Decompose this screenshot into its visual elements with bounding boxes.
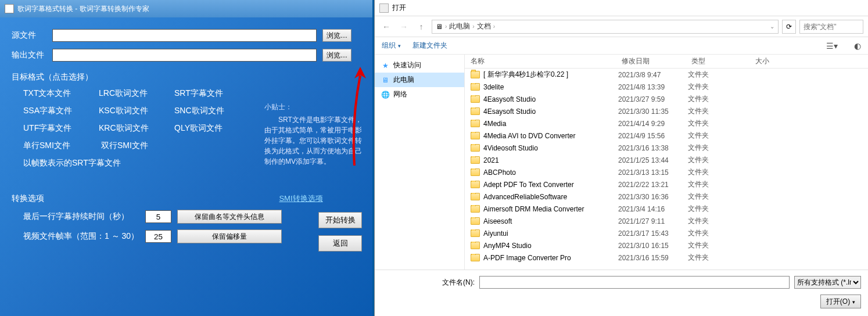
breadcrumb-pc[interactable]: 此电脑 [449,21,470,31]
dialog-icon [379,3,389,13]
format-snc[interactable]: SNC歌词文件 [174,106,250,116]
file-open-dialog: 打开 ← → ↑ 🖥 › 此电脑 › 文档 › ⌄ ⟳ 组织 ▾ 新建文件夹 ☰… [374,0,868,316]
file-filter-select[interactable]: 所有支持格式 (*.lrc, [794,276,861,289]
format-srt[interactable]: SRT字幕文件 [174,88,250,99]
folder-icon [471,242,480,249]
format-smi-single[interactable]: 单行SMI文件 [23,141,99,151]
file-date: 2021/3/27 9:59 [618,95,688,103]
file-type: 文件夹 [688,192,752,202]
file-row[interactable]: Aiseesoft2021/1/27 9:11文件夹 [465,215,868,227]
file-name: Aiyuntui [483,229,508,238]
format-krc[interactable]: KRC歌词文件 [99,123,174,134]
format-smi-double[interactable]: 双行SMI文件 [101,141,148,150]
sidebar-icon: ★ [381,61,390,70]
format-txt[interactable]: TXT文本文件 [23,88,99,99]
start-convert-button[interactable]: 开始转换 [318,212,362,228]
fps-input[interactable] [145,230,171,243]
folder-icon [471,193,480,200]
nav-forward-button[interactable]: → [397,20,411,34]
file-date: 2021/4/9 15:56 [618,132,688,140]
file-row[interactable]: AnyMP4 Studio2021/3/10 16:15文件夹 [465,239,868,252]
file-name: Aimersoft DRM Media Converter [483,205,584,213]
file-row[interactable]: Adept PDF To Text Converter2021/2/22 13:… [465,178,868,191]
file-name: 4Esaysoft Studio [483,107,536,116]
file-name: 3delite [483,83,504,91]
tips-heading: 小贴士： [264,102,366,112]
file-row[interactable]: AdvancedReliableSoftware2021/3/30 16:36文… [465,191,868,203]
file-list[interactable]: [ 新华字典4秒1步检字0.22 ]2021/3/8 9:47文件夹3delit… [465,69,868,270]
filename-input[interactable] [479,276,790,289]
file-row[interactable]: Aimersoft DRM Media Converter2021/3/4 14… [465,203,868,215]
file-row[interactable]: 4Media2021/4/14 9:29文件夹 [465,117,868,130]
file-name: 4Media [483,120,506,128]
file-name: 2021 [483,156,499,164]
folder-icon [471,254,480,261]
file-row[interactable]: 4Esaysoft Studio2021/3/30 11:35文件夹 [465,105,868,117]
keep-offset-button[interactable]: 保留偏移量 [177,229,282,243]
sidebar-label: 此电脑 [393,75,414,85]
open-button[interactable]: 打开(O)▾ [820,295,861,308]
refresh-button[interactable]: ⟳ [782,20,796,34]
col-type[interactable]: 类型 [691,56,755,66]
col-name[interactable]: 名称 [471,56,622,66]
last-line-duration-input[interactable] [145,210,171,223]
format-utf[interactable]: UTF字幕文件 [23,123,99,134]
folder-icon [471,107,480,115]
breadcrumb-documents[interactable]: 文档 [477,21,491,31]
file-name: A-PDF Image Converter Pro [483,254,571,262]
search-input[interactable] [799,20,863,34]
source-file-input[interactable] [52,29,317,42]
file-type: 文件夹 [688,240,752,250]
file-row[interactable]: ABCPhoto2021/3/13 13:15文件夹 [465,166,868,178]
file-row[interactable]: [ 新华字典4秒1步检字0.22 ]2021/3/8 9:47文件夹 [465,69,868,81]
output-file-input[interactable] [52,49,317,62]
file-date: 2021/1/27 9:11 [618,217,688,225]
organize-button[interactable]: 组织 ▾ [382,41,401,51]
folder-icon [471,181,480,188]
file-row[interactable]: 3delite2021/4/8 13:39文件夹 [465,81,868,93]
new-folder-button[interactable]: 新建文件夹 [413,41,447,51]
file-row[interactable]: 4Media AVI to DVD Converter2021/4/9 15:5… [465,130,868,142]
file-type: 文件夹 [688,155,752,165]
address-bar[interactable]: 🖥 › 此电脑 › 文档 › ⌄ [432,20,779,34]
format-ssa[interactable]: SSA字幕文件 [23,106,99,116]
file-row[interactable]: 4Easysoft Studio2021/3/27 9:59文件夹 [465,93,868,105]
chevron-down-icon[interactable]: ⌄ [770,23,774,30]
folder-icon [471,205,480,213]
format-ksc[interactable]: KSC歌词文件 [99,106,174,116]
output-file-label: 输出文件 [12,50,52,60]
source-file-label: 源文件 [12,30,52,41]
nav-back-button[interactable]: ← [379,20,393,34]
view-options-button[interactable]: ☰▾ [826,41,838,51]
nav-up-button[interactable]: ↑ [414,20,428,34]
file-date: 2021/3/4 14:16 [618,205,688,213]
column-headers: 名称 修改日期 类型 大小 [465,55,868,69]
sidebar-item[interactable]: 🖥此电脑 [375,73,464,87]
file-type: 文件夹 [688,106,752,116]
back-button[interactable]: 返回 [318,235,362,252]
sidebar-item[interactable]: 🌐网络 [375,87,464,102]
source-browse-button[interactable]: 浏览… [322,29,351,42]
file-type: 文件夹 [688,253,752,263]
file-type: 文件夹 [688,228,752,238]
col-date[interactable]: 修改日期 [622,56,691,66]
format-lrc[interactable]: LRC歌词文件 [99,88,174,99]
file-date: 2021/3/30 16:36 [618,193,688,201]
help-button[interactable]: ◐ [854,41,861,51]
sidebar-item[interactable]: ★快速访问 [375,58,464,73]
output-browse-button[interactable]: 浏览… [322,49,351,62]
file-row[interactable]: A-PDF Image Converter Pro2021/3/16 15:59… [465,252,868,264]
file-row[interactable]: 20212021/1/25 13:44文件夹 [465,154,868,166]
file-row[interactable]: Aiyuntui2021/3/17 15:43文件夹 [465,227,868,239]
file-row[interactable]: 4Videosoft Studio2021/3/16 13:38文件夹 [465,142,868,154]
tips-panel: 小贴士： SRT文件是电影字幕文件，由于其格式简单，常被用于电影外挂字幕。您可以… [264,102,366,167]
converter-app-window: 歌词字幕格式转换 - 歌词字幕转换制作专家 源文件 浏览… 输出文件 浏览… 目… [0,0,372,316]
format-qly[interactable]: QLY歌词文件 [174,123,250,134]
file-date: 2021/2/22 13:21 [618,181,688,189]
keep-header-button[interactable]: 保留曲名等文件头信息 [177,210,282,224]
format-srt-frames[interactable]: 以帧数表示的SRT字幕文件 [23,158,121,167]
smi-options-link[interactable]: SMI转换选项 [279,193,322,204]
tips-body: SRT文件是电影字幕文件，由于其格式简单，常被用于电影外挂字幕。您可以将歌词文件… [264,114,366,167]
col-size[interactable]: 大小 [755,56,802,66]
file-date: 2021/3/16 13:38 [618,144,688,152]
